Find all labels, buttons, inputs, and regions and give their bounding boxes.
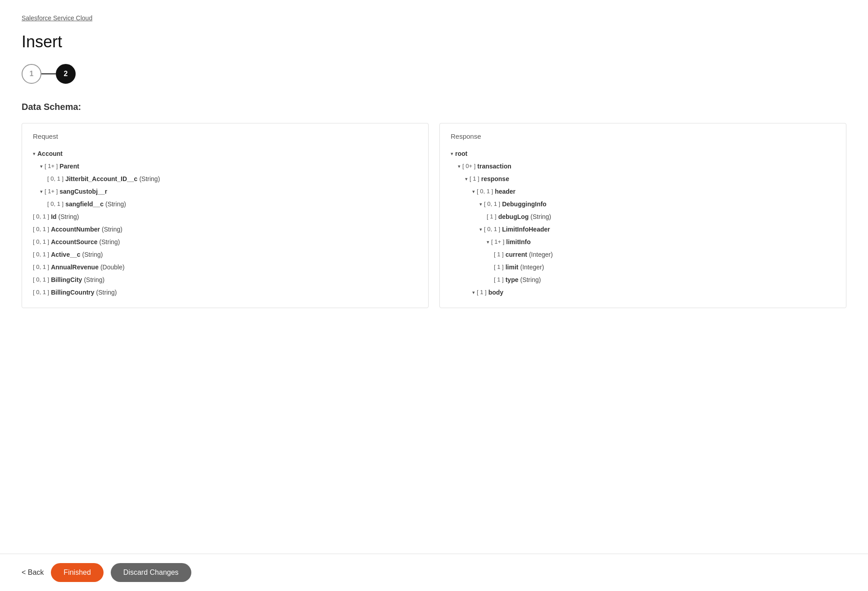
bracket: [ 1+ ] bbox=[45, 160, 58, 172]
field-name: BillingCountry bbox=[51, 286, 94, 299]
field-name: limitInfo bbox=[506, 236, 530, 248]
list-item: ▾ [ 0, 1 ] LimitInfoHeader bbox=[451, 223, 835, 236]
field-name: Parent bbox=[59, 160, 79, 173]
list-item: [ 0, 1 ] Jitterbit_Account_ID__c (String… bbox=[33, 173, 417, 185]
list-item: [ 1 ] type (String) bbox=[451, 273, 835, 286]
list-item: [ 0, 1 ] AccountSource (String) bbox=[33, 236, 417, 248]
field-name: AccountSource bbox=[51, 236, 97, 248]
list-item: [ 0, 1 ] BillingCity (String) bbox=[33, 273, 417, 286]
back-button[interactable]: < Back bbox=[22, 568, 44, 577]
field-name: AccountNumber bbox=[51, 223, 100, 236]
field-name: type bbox=[506, 273, 519, 286]
step-1[interactable]: 1 bbox=[22, 64, 41, 84]
field-type: (String) bbox=[520, 273, 541, 286]
field-type: (String) bbox=[82, 248, 103, 261]
bracket: [ 0, 1 ] bbox=[33, 286, 49, 298]
step-2[interactable]: 2 bbox=[56, 64, 76, 84]
bracket: [ 1+ ] bbox=[491, 236, 504, 248]
bottom-bar: < Back Finished Discard Changes bbox=[0, 554, 868, 591]
list-item: ▾ [ 0, 1 ] header bbox=[451, 185, 835, 198]
field-type: (String) bbox=[102, 223, 122, 236]
bracket: [ 1 ] bbox=[487, 211, 497, 223]
list-item: ▾ [ 0, 1 ] DebuggingInfo bbox=[451, 198, 835, 210]
list-item: [ 0, 1 ] Active__c (String) bbox=[33, 248, 417, 261]
bracket: [ 1+ ] bbox=[45, 186, 58, 197]
field-name: header bbox=[495, 185, 515, 198]
list-item: ▾ [ 1+ ] sangCustobj__r bbox=[33, 185, 417, 198]
list-item: [ 0, 1 ] BillingCountry (String) bbox=[33, 286, 417, 299]
chevron-icon[interactable]: ▾ bbox=[465, 174, 468, 184]
page-title: Insert bbox=[22, 32, 846, 51]
field-name: BillingCity bbox=[51, 273, 82, 286]
discard-changes-button[interactable]: Discard Changes bbox=[111, 563, 191, 582]
request-tree: ▾ Account ▾ [ 1+ ] Parent [ 0, 1 ] Jitte… bbox=[33, 147, 417, 299]
bracket: [ 0, 1 ] bbox=[47, 173, 63, 185]
bracket: [ 0, 1 ] bbox=[33, 274, 49, 286]
field-type: (String) bbox=[59, 210, 79, 223]
list-item: [ 0, 1 ] AccountNumber (String) bbox=[33, 223, 417, 236]
field-name: limit bbox=[506, 261, 519, 273]
chevron-icon[interactable]: ▾ bbox=[40, 186, 43, 196]
list-item: [ 1 ] limit (Integer) bbox=[451, 261, 835, 273]
chevron-icon[interactable]: ▾ bbox=[479, 199, 482, 209]
field-type: (String) bbox=[105, 198, 126, 210]
field-name: AnnualRevenue bbox=[51, 261, 99, 273]
bracket: [ 0+ ] bbox=[462, 160, 475, 172]
request-panel: Request ▾ Account ▾ [ 1+ ] Parent [ 0, 1… bbox=[22, 123, 429, 308]
chevron-icon[interactable]: ▾ bbox=[451, 149, 453, 159]
chevron-icon[interactable]: ▾ bbox=[479, 224, 482, 234]
stepper: 1 2 bbox=[22, 64, 846, 84]
field-name: Id bbox=[51, 210, 56, 223]
field-type: (String) bbox=[84, 273, 104, 286]
field-name: LimitInfoHeader bbox=[502, 223, 550, 236]
field-type: (Integer) bbox=[520, 261, 544, 273]
bracket: [ 0, 1 ] bbox=[47, 198, 63, 210]
request-label: Request bbox=[33, 132, 417, 140]
bracket: [ 0, 1 ] bbox=[33, 261, 49, 273]
chevron-icon[interactable]: ▾ bbox=[472, 287, 475, 297]
list-item: ▾ [ 1+ ] Parent bbox=[33, 160, 417, 173]
response-label: Response bbox=[451, 132, 835, 140]
list-item: ▾ [ 1 ] response bbox=[451, 173, 835, 185]
field-type: (String) bbox=[530, 210, 551, 223]
bracket: [ 1 ] bbox=[494, 261, 504, 273]
chevron-icon[interactable]: ▾ bbox=[458, 161, 461, 171]
field-type: (Integer) bbox=[529, 248, 553, 261]
bracket: [ 1 ] bbox=[494, 249, 504, 260]
field-name: sangCustobj__r bbox=[59, 185, 107, 198]
field-name: current bbox=[506, 248, 527, 261]
list-item: ▾ [ 1 ] body bbox=[451, 286, 835, 299]
field-name: transaction bbox=[477, 160, 511, 173]
bracket: [ 0, 1 ] bbox=[33, 249, 49, 260]
field-name: Account bbox=[37, 147, 63, 160]
chevron-icon[interactable]: ▾ bbox=[40, 161, 43, 171]
list-item: [ 0, 1 ] AnnualRevenue (Double) bbox=[33, 261, 417, 273]
response-panel: Response ▾ root ▾ [ 0+ ] transaction ▾ [… bbox=[439, 123, 846, 308]
chevron-icon[interactable]: ▾ bbox=[472, 186, 475, 196]
bracket: [ 1 ] bbox=[477, 286, 487, 298]
chevron-icon[interactable]: ▾ bbox=[33, 149, 36, 159]
field-type: (Double) bbox=[100, 261, 125, 273]
bracket: [ 0, 1 ] bbox=[33, 223, 49, 235]
bracket: [ 0, 1 ] bbox=[33, 236, 49, 248]
field-name: Jitterbit_Account_ID__c bbox=[65, 173, 137, 185]
list-item: ▾ [ 0+ ] transaction bbox=[451, 160, 835, 173]
bracket: [ 0, 1 ] bbox=[484, 198, 500, 210]
list-item: ▾ [ 1+ ] limitInfo bbox=[451, 236, 835, 248]
bracket: [ 0, 1 ] bbox=[484, 223, 500, 235]
bracket: [ 0, 1 ] bbox=[477, 186, 493, 197]
field-type: (String) bbox=[99, 236, 120, 248]
step-2-label: 2 bbox=[64, 70, 68, 78]
list-item: ▾ root bbox=[451, 147, 835, 160]
page-wrapper: Salesforce Service Cloud Insert 1 2 Data… bbox=[0, 0, 868, 591]
bracket: [ 1 ] bbox=[494, 274, 504, 286]
field-name: DebuggingInfo bbox=[502, 198, 547, 210]
finished-button[interactable]: Finished bbox=[51, 563, 103, 582]
list-item: ▾ Account bbox=[33, 147, 417, 160]
list-item: [ 1 ] current (Integer) bbox=[451, 248, 835, 261]
schema-container: Request ▾ Account ▾ [ 1+ ] Parent [ 0, 1… bbox=[22, 123, 846, 308]
chevron-icon[interactable]: ▾ bbox=[487, 237, 489, 247]
breadcrumb[interactable]: Salesforce Service Cloud bbox=[22, 14, 846, 22]
list-item: [ 1 ] debugLog (String) bbox=[451, 210, 835, 223]
field-type: (String) bbox=[139, 173, 160, 185]
